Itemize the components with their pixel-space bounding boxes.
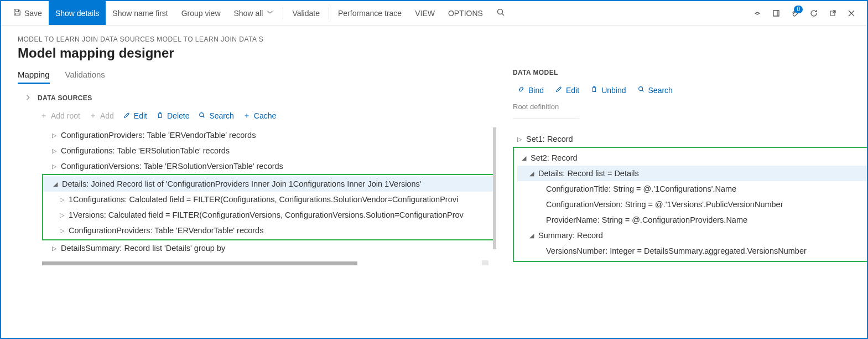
chevron-right-icon[interactable]: ▷	[48, 163, 61, 170]
scroll-end	[482, 260, 488, 265]
highlight-box: ◢ Set2: Record ◢ Details: Record list = …	[513, 147, 868, 262]
edit-label: Edit	[566, 86, 579, 95]
chevron-right-icon[interactable]: ▷	[55, 196, 69, 203]
tree-label: ConfigurationProviders: Table 'ERVendorT…	[61, 131, 256, 140]
search-button[interactable]: Search	[198, 111, 233, 121]
svg-line-1	[502, 14, 504, 16]
show-all-label: Show all	[234, 9, 263, 18]
search-label: Search	[209, 111, 233, 120]
performance-trace-label: Performance trace	[338, 9, 402, 18]
validate-button[interactable]: Validate	[285, 1, 326, 25]
view-button[interactable]: VIEW	[408, 1, 441, 25]
performance-trace-button[interactable]: Performance trace	[331, 1, 408, 25]
chevron-down-icon[interactable]: ◢	[517, 155, 531, 162]
options-button[interactable]: OPTIONS	[441, 1, 490, 25]
plus-icon: ＋	[89, 111, 97, 121]
data-model-tree: ▷ Set1: Record ◢ Set2: Record ◢ Details:…	[513, 131, 868, 262]
tree-row[interactable]: ◢ Details: Record list = Details	[517, 166, 868, 181]
show-all-dropdown[interactable]: Show all	[227, 1, 281, 25]
attachment-icon[interactable]: 0	[791, 9, 799, 18]
tabs: Mapping Validations	[18, 66, 496, 84]
tree-row[interactable]: ▷ ConfigurationProviders: Table 'ERVendo…	[20, 127, 496, 143]
panel-expand-icon[interactable]	[18, 94, 38, 101]
svg-line-5	[642, 90, 643, 92]
right-panel: DATA MODEL Bind Edit Unbind	[496, 66, 868, 320]
show-name-first-button[interactable]: Show name first	[106, 1, 174, 25]
add-root-button[interactable]: ＋ Add root	[40, 111, 80, 121]
tree-label: VersionsNumber: Integer = DetailsSummary…	[546, 246, 807, 255]
page-title: Model mapping designer	[1, 45, 867, 66]
tree-row[interactable]: ▷ ConfigurationVersions: Table 'ERSoluti…	[20, 158, 496, 174]
blank-chevron	[533, 217, 546, 223]
data-model-header: DATA MODEL	[513, 66, 868, 82]
chevron-right-icon[interactable]: ▷	[55, 227, 69, 234]
tree-label: Details: Joined Record list of 'Configur…	[62, 179, 422, 188]
add-button[interactable]: ＋ Add	[89, 111, 114, 121]
tab-mapping[interactable]: Mapping	[18, 66, 50, 84]
show-details-button[interactable]: Show details	[49, 1, 106, 25]
vertical-scrollbar[interactable]	[493, 127, 496, 249]
office-icon[interactable]	[772, 9, 781, 18]
tree-row[interactable]: ◢ Details: Joined Record list of 'Config…	[43, 176, 495, 192]
search-button[interactable]: Search	[637, 85, 673, 95]
data-sources-header-row: DATA SOURCES	[18, 89, 496, 106]
save-icon	[13, 8, 21, 18]
tree-row[interactable]: ▷ 1Configurations: Calculated field = FI…	[43, 192, 495, 207]
tree-label: ConfigurationVersions: Table 'ERSolution…	[61, 162, 283, 171]
cache-button[interactable]: ＋ Cache	[243, 111, 276, 121]
group-view-label: Group view	[181, 9, 221, 18]
trash-icon	[590, 85, 598, 95]
save-button[interactable]: Save	[7, 1, 49, 25]
tree-row[interactable]: ▷ Set1: Record	[513, 131, 868, 147]
tree-row[interactable]: ▷ Configurations: Table 'ERSolutionTable…	[20, 143, 496, 158]
chevron-right-icon[interactable]: ▷	[48, 147, 61, 155]
trash-icon	[156, 111, 164, 121]
cache-label: Cache	[254, 111, 276, 120]
group-view-button[interactable]: Group view	[175, 1, 227, 25]
tree-label: ConfigurationVersion: String = @.'1Versi…	[546, 200, 783, 209]
tree-row[interactable]: ▷ DetailsSummary: Record list 'Details' …	[20, 240, 496, 256]
horizontal-scrollbar[interactable]	[42, 261, 474, 265]
tree-row[interactable]: VersionsNumber: Integer = DetailsSummary…	[517, 243, 868, 259]
popout-icon[interactable]	[828, 9, 837, 18]
chevron-right-icon[interactable]: ▷	[513, 136, 526, 143]
chevron-right-icon[interactable]: ▷	[55, 212, 69, 219]
tree-row[interactable]: ▷ 1Versions: Calculated field = FILTER(C…	[43, 207, 495, 223]
tree-row[interactable]: ▷ ConfigurationProviders: Table 'ERVendo…	[43, 223, 495, 238]
blank-chevron	[533, 186, 546, 192]
tree-row[interactable]: ◢ Set2: Record	[517, 150, 868, 166]
diamond-icon[interactable]	[753, 9, 762, 18]
bind-button[interactable]: Bind	[517, 85, 544, 95]
tree-row[interactable]: ConfigurationVersion: String = @.'1Versi…	[517, 197, 868, 212]
delete-button[interactable]: Delete	[156, 111, 189, 121]
tab-validations[interactable]: Validations	[65, 66, 105, 84]
search-icon	[496, 8, 505, 18]
svg-point-0	[497, 9, 502, 14]
tree-row[interactable]: ◢ Summary: Record	[517, 228, 868, 243]
tree-row[interactable]: ProviderName: String = @.ConfigurationPr…	[517, 212, 868, 228]
divider	[513, 119, 579, 119]
chevron-right-icon[interactable]: ▷	[48, 245, 61, 252]
toolbar-search-button[interactable]	[490, 1, 512, 25]
unbind-button[interactable]: Unbind	[590, 85, 626, 95]
svg-line-3	[203, 116, 205, 117]
refresh-icon[interactable]	[809, 9, 818, 18]
search-label: Search	[648, 86, 673, 95]
chevron-down-icon[interactable]: ◢	[525, 232, 538, 239]
validate-label: Validate	[292, 9, 320, 18]
add-root-label: Add root	[51, 111, 80, 120]
tree-row[interactable]: ConfigurationTitle: String = @.'1Configu…	[517, 181, 868, 197]
tree-label: ConfigurationProviders: Table 'ERVendorT…	[69, 226, 263, 235]
close-icon[interactable]	[847, 9, 856, 18]
edit-button[interactable]: Edit	[123, 111, 147, 121]
chevron-down-icon[interactable]: ◢	[525, 170, 538, 177]
edit-button[interactable]: Edit	[555, 85, 579, 95]
chevron-down-icon[interactable]: ◢	[49, 181, 62, 188]
svg-point-4	[638, 87, 642, 91]
scroll-thumb[interactable]	[42, 261, 357, 265]
plus-icon: ＋	[40, 111, 48, 121]
toolbar-separator	[283, 7, 283, 19]
chevron-right-icon[interactable]: ▷	[48, 132, 61, 139]
search-icon	[637, 85, 645, 95]
data-sources-tree: ▷ ConfigurationProviders: Table 'ERVendo…	[18, 127, 496, 265]
